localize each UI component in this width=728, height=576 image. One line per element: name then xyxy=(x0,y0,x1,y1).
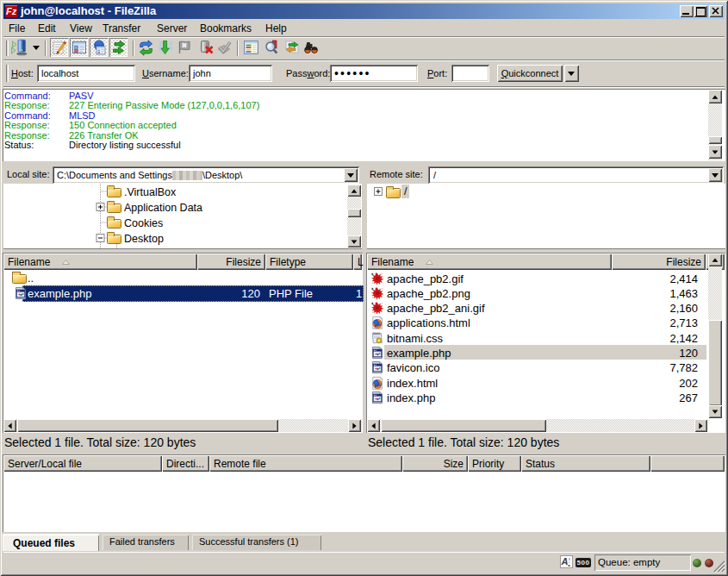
svg-text:A: A xyxy=(561,556,569,567)
svg-text:Fz: Fz xyxy=(6,6,17,16)
